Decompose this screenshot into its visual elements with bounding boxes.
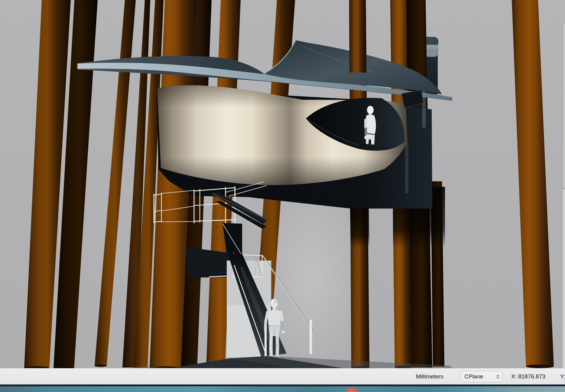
units-label[interactable]: Millimeters bbox=[416, 368, 443, 385]
handrail-right-post bbox=[310, 320, 312, 354]
figure1-arm bbox=[364, 119, 367, 129]
status-bar: Millimeters CPlane X: 81876.873 Y: bbox=[0, 368, 565, 385]
pole-shadow-mid bbox=[350, 209, 369, 247]
cplane-label: CPlane bbox=[464, 373, 483, 380]
red-dock-button[interactable] bbox=[345, 388, 359, 392]
figure2-leg-left bbox=[271, 336, 271, 355]
viewport-3d-canvas[interactable] bbox=[0, 0, 565, 368]
y-coordinate-readout: Y: bbox=[560, 368, 565, 385]
figure1-head bbox=[367, 106, 374, 114]
pole-10-front-segment bbox=[349, 0, 366, 73]
x-coordinate-readout: X: 81876.873 bbox=[511, 368, 545, 385]
figure2-torso bbox=[267, 310, 281, 327]
chevron-up-down-icon bbox=[496, 374, 499, 379]
dock-strip bbox=[0, 386, 565, 392]
viewport-scrollbar[interactable] bbox=[562, 24, 565, 368]
viewport-scrollbar-lower[interactable] bbox=[563, 189, 565, 369]
rhino-window: Millimeters CPlane X: 81876.873 Y: bbox=[0, 0, 565, 392]
treehouse-body bbox=[157, 85, 432, 209]
cplane-dropdown[interactable]: CPlane bbox=[460, 371, 503, 382]
